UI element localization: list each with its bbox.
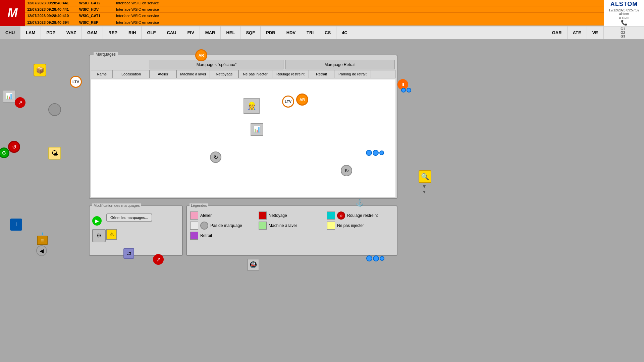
legend-item-5: Ne pas injecter	[327, 222, 393, 230]
notif-row-3: 12/07/2023 09:28:40:410 WSIC_GAT1 Interf…	[25, 13, 604, 19]
nav-item-pdb[interactable]: PDB	[261, 26, 281, 39]
nav-bar: CHULAMPDPWAZGAMREPRIHGLFCAUFIVMARHELSQFP…	[0, 26, 604, 40]
col-atelier: Atelier	[150, 70, 176, 78]
col-headers: Rame Localisation Atelier Machine à lave…	[91, 70, 395, 78]
blue-dot-right	[401, 88, 411, 93]
nav-item-lam[interactable]: LAM	[20, 26, 41, 39]
weather-icon[interactable]: 🌤	[48, 147, 61, 160]
gear-button[interactable]: ⚙	[92, 229, 106, 242]
legend-item-0: Atelier	[190, 212, 257, 220]
notif-code-2: WSIC_HDV	[79, 7, 116, 11]
col-nettoyage: Nettoyage	[210, 70, 238, 78]
col-parking: Parking de retrait	[334, 70, 371, 78]
legend-color-6	[190, 232, 198, 240]
nav-item-hel[interactable]: HEL	[221, 26, 240, 39]
info-stack: ℹ ≡	[37, 232, 48, 245]
stacked-files-icon[interactable]: 🗂	[123, 248, 134, 259]
header-retrait: Marquage Retrait	[285, 60, 395, 69]
notif-msg-4: Interface WSIC en service	[116, 20, 602, 24]
legend-grid: Atelier Nettoyage ⊖ Roulage restreint Pa…	[187, 209, 397, 242]
ltv-badge-content: LTV	[282, 96, 294, 108]
nav-item-rih[interactable]: RIH	[123, 26, 142, 39]
back-arrow[interactable]: ◀	[36, 245, 47, 256]
nav-item-glf[interactable]: GLF	[142, 26, 161, 39]
notif-time-2: 12/07/2023 09:28:40:441	[27, 7, 79, 11]
gray-arrow-2: ↻	[341, 165, 352, 176]
red-arrow-bottom[interactable]: ↗	[153, 254, 164, 265]
nav-ve[interactable]: VE	[587, 26, 604, 39]
nav-item-tri[interactable]: TRI	[301, 26, 319, 39]
nav-gar[interactable]: GAR	[547, 26, 568, 39]
nav-item-4c[interactable]: 4C	[336, 26, 353, 39]
logo-sub: a-stom	[619, 16, 629, 19]
notif-row-4: 12/07/2023 09:28:40:394 WSIC_REP Interfa…	[25, 19, 604, 25]
nav-item-gam[interactable]: GAM	[82, 26, 103, 39]
g-circle-icon[interactable]: G	[0, 147, 9, 158]
ltv-badge-left: LTV	[70, 76, 82, 88]
legend-label-4: Machine à laver	[269, 223, 297, 228]
nav-item-fiv[interactable]: FIV	[182, 26, 200, 39]
legend-item-1: Nettoyage	[259, 212, 325, 220]
chart-icon-left[interactable]: 📊	[3, 90, 15, 103]
logo-user: alstom	[619, 12, 629, 16]
legend-item-6: Retrait	[190, 232, 257, 240]
red-circular-icon[interactable]: ↺	[8, 141, 20, 153]
nav-item-hdv[interactable]: HDV	[281, 26, 301, 39]
header-special: Marquages "spéciaux"	[150, 60, 283, 69]
nav-item-mar[interactable]: MAR	[200, 26, 221, 39]
m-logo: M	[0, 0, 25, 26]
legendes-title: Légendes	[190, 203, 208, 207]
notif-row-1: 12/07/2023 09:28:40:441 WSIC_GAT2 Interf…	[25, 0, 604, 6]
logo-date: 12/12/2023 09:57:32	[609, 8, 640, 12]
col-ne-pas: Ne pas injecter	[238, 70, 272, 78]
col-machine: Machine à laver	[176, 70, 210, 78]
legend-color-5	[327, 222, 335, 230]
notif-code-4: WSIC_REP	[79, 20, 116, 24]
nav-item-cau[interactable]: CAU	[161, 26, 182, 39]
main-area: Marquages AR Marquages "spéciaux" Marqua…	[0, 40, 644, 362]
modification-title: Modification des marquages	[92, 203, 141, 207]
info-button-left[interactable]: i	[10, 219, 22, 231]
g2-label: G2	[621, 31, 625, 35]
notif-time-3: 12/07/2023 09:28:40:410	[27, 14, 79, 18]
g3-label: G3	[621, 35, 625, 38]
col-rame: Rame	[91, 70, 113, 78]
legend-color-3	[190, 222, 198, 230]
gray-arrow-1: ↻	[210, 152, 221, 163]
key-search-icon[interactable]: 🔍	[419, 170, 431, 183]
ar-badge-top: AR	[195, 49, 207, 61]
col-roulage: Roulage restreint	[272, 70, 309, 78]
train-icon-bottom[interactable]: 🚇	[247, 259, 259, 271]
notification-bar: 12/07/2023 09:28:40:441 WSIC_GAT2 Interf…	[25, 0, 604, 25]
col-retrait: Retrait	[309, 70, 334, 78]
logo-phone-icon: 📞	[621, 19, 628, 26]
package-icon[interactable]: 📦	[34, 64, 46, 76]
legend-item-2: ⊖ Roulage restreint	[327, 212, 393, 220]
nav-item-rep[interactable]: REP	[103, 26, 123, 39]
legend-label-2: Roulage restreint	[347, 213, 378, 218]
notif-code-3: WSIC_GAT1	[79, 14, 116, 18]
legend-label-0: Atelier	[200, 213, 212, 218]
blue-cluster-bottom	[366, 255, 384, 261]
blue-cluster-content	[366, 150, 384, 156]
nav-item-waz[interactable]: WAZ	[61, 26, 82, 39]
nav-item-sqf[interactable]: SQF	[240, 26, 261, 39]
nav-item-cs[interactable]: CS	[319, 26, 336, 39]
nav-item-chu[interactable]: CHU	[0, 26, 20, 39]
alstom-logo-text: ALSTOM	[610, 1, 638, 8]
nav-ate[interactable]: ATE	[568, 26, 587, 39]
extra-nav: GAR ATE VE	[547, 26, 604, 40]
marquages-panel: Marquages AR Marquages "spéciaux" Marqua…	[89, 55, 397, 199]
gerer-button[interactable]: Gérer les marquages...	[106, 214, 152, 222]
legend-color-0	[190, 212, 198, 220]
notif-row-2: 12/07/2023 09:28:40:441 WSIC_HDV Interfa…	[25, 6, 604, 13]
anchor-icon: ⚓	[356, 199, 364, 207]
legend-item-4: Machine à laver	[259, 222, 325, 230]
nav-item-pdp[interactable]: PDP	[41, 26, 61, 39]
modification-panel: Modification des marquages ▶ ⚙ Gérer les…	[89, 205, 183, 256]
play-button[interactable]: ▶	[92, 216, 102, 226]
warning-icon[interactable]: ⚠	[106, 229, 117, 240]
red-arrow-left[interactable]: ↗	[15, 97, 25, 108]
gray-circle-left	[48, 103, 61, 116]
notif-msg-2: Interface WSIC en service	[116, 7, 602, 11]
